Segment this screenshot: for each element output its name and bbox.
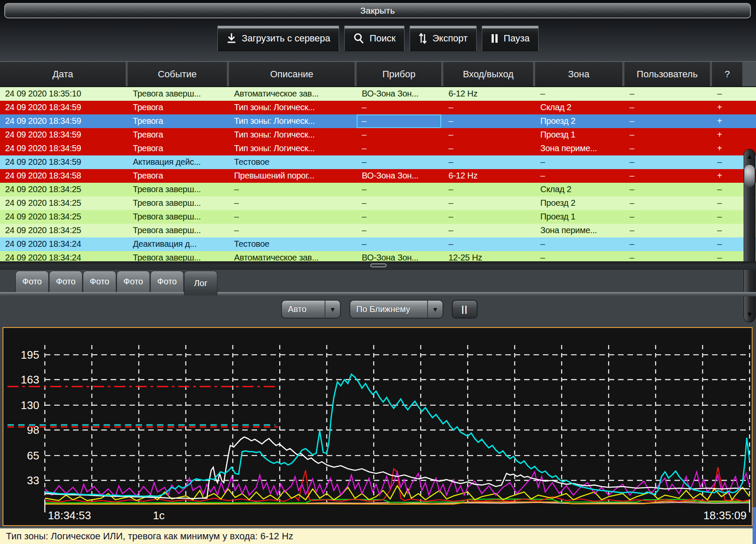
table-cell[interactable]: – — [712, 237, 742, 251]
table-cell[interactable]: Тестовое — [229, 155, 357, 169]
tab-photo-1[interactable]: Фото — [15, 271, 49, 292]
pause-toolbar-button[interactable]: Пауза — [482, 26, 539, 51]
table-cell[interactable]: – — [624, 183, 712, 196]
table-cell[interactable]: 24 09 2020 18:34:59 — [0, 101, 128, 114]
table-cell[interactable]: – — [443, 210, 535, 224]
table-row[interactable]: 24 09 2020 18:34:24Тревога заверш...Авто… — [0, 251, 756, 262]
table-cell[interactable]: Тревога — [128, 114, 229, 128]
table-cell[interactable]: Тип зоны: Логическ... — [229, 114, 357, 128]
table-row[interactable]: 24 09 2020 18:34:59ТревогаТип зоны: Логи… — [0, 114, 756, 128]
table-cell[interactable]: Зона периме... — [535, 142, 624, 155]
table-cell[interactable]: 24 09 2020 18:34:24 — [0, 237, 128, 251]
table-cell[interactable]: 6-12 Hz — [443, 87, 535, 101]
table-cell[interactable]: – — [357, 237, 443, 251]
table-cell[interactable]: – — [357, 142, 443, 155]
table-row[interactable]: 24 09 2020 18:34:59Активация дейс...Тест… — [0, 155, 756, 169]
column-header[interactable]: Описание — [229, 62, 357, 86]
tab-photo-2[interactable]: Фото — [49, 271, 82, 292]
table-cell[interactable]: + — [712, 169, 742, 183]
table-cell[interactable]: – — [443, 128, 535, 142]
table-cell[interactable]: + — [712, 114, 742, 128]
table-cell[interactable]: Тип зоны: Логическ... — [229, 142, 357, 155]
table-row[interactable]: 24 09 2020 18:34:25Тревога заверш...–––П… — [0, 196, 756, 210]
table-row[interactable]: 24 09 2020 18:34:25Тревога заверш...–––З… — [0, 224, 756, 237]
table-row[interactable]: 24 09 2020 18:34:24Деактивация д...Тесто… — [0, 237, 756, 251]
table-row[interactable]: 24 09 2020 18:34:59ТревогаТип зоны: Логи… — [0, 101, 756, 114]
scale-select[interactable]: Авто ▼ — [281, 300, 341, 319]
table-cell[interactable]: – — [443, 101, 535, 114]
table-row[interactable]: 24 09 2020 18:34:59ТревогаТип зоны: Логи… — [0, 128, 756, 142]
table-cell[interactable]: – — [443, 183, 535, 196]
table-cell[interactable]: – — [624, 114, 712, 128]
column-header[interactable]: ? — [712, 62, 742, 86]
table-cell[interactable]: – — [712, 196, 742, 210]
table-cell[interactable]: – — [535, 155, 624, 169]
table-scrollbar[interactable]: ▲ ▼ — [744, 149, 756, 322]
table-row[interactable]: 24 09 2020 18:34:59ТревогаТип зоны: Логи… — [0, 142, 756, 155]
tab-photo-3[interactable]: Фото — [83, 271, 116, 292]
table-cell[interactable]: 24 09 2020 18:34:59 — [0, 114, 128, 128]
table-cell[interactable]: Тревога — [128, 169, 229, 183]
table-cell[interactable]: Проезд 1 — [535, 210, 624, 224]
column-header[interactable]: Дата — [0, 62, 128, 86]
table-cell[interactable]: – — [624, 210, 712, 224]
table-cell[interactable]: 24 09 2020 18:34:25 — [0, 210, 128, 224]
table-cell[interactable]: Активация дейс... — [128, 155, 229, 169]
table-cell[interactable]: – — [229, 196, 357, 210]
close-button[interactable]: Закрыть — [4, 3, 751, 18]
table-cell[interactable]: + — [712, 128, 742, 142]
table-cell[interactable]: Проезд 2 — [535, 114, 624, 128]
table-cell[interactable]: – — [624, 251, 712, 262]
table-cell[interactable]: 24 09 2020 18:34:59 — [0, 155, 128, 169]
column-header[interactable]: Пользователь — [624, 62, 712, 86]
table-cell[interactable]: Тревога заверш... — [128, 183, 229, 196]
table-cell[interactable]: 24 09 2020 18:35:10 — [0, 87, 128, 101]
table-cell[interactable]: – — [712, 183, 742, 196]
table-cell[interactable]: – — [357, 114, 443, 128]
table-cell[interactable]: – — [535, 87, 624, 101]
scrollbar-thumb[interactable] — [744, 165, 755, 187]
table-cell[interactable]: – — [624, 128, 712, 142]
table-cell[interactable]: ВО-Зона Зон... — [357, 169, 443, 183]
table-cell[interactable]: 6-12 Hz — [443, 169, 535, 183]
table-cell[interactable]: 24 09 2020 18:34:25 — [0, 224, 128, 237]
table-cell[interactable]: – — [624, 237, 712, 251]
table-cell[interactable]: – — [229, 224, 357, 237]
table-cell[interactable]: + — [712, 142, 742, 155]
column-header[interactable]: Событие — [128, 62, 229, 86]
table-cell[interactable]: – — [535, 169, 624, 183]
table-cell[interactable]: – — [357, 155, 443, 169]
table-cell[interactable]: – — [624, 101, 712, 114]
table-cell[interactable]: 24 09 2020 18:34:59 — [0, 128, 128, 142]
table-cell[interactable]: Зона периме... — [535, 224, 624, 237]
chevron-down-icon[interactable]: ▼ — [427, 301, 442, 318]
table-cell[interactable]: Тестовое — [229, 237, 357, 251]
mode-select[interactable]: По Ближнему ▼ — [349, 300, 443, 319]
table-cell[interactable]: Тревога — [128, 128, 229, 142]
table-cell[interactable]: ВО-Зона Зон... — [357, 251, 443, 262]
table-cell[interactable]: Тип зоны: Логическ... — [229, 128, 357, 142]
table-cell[interactable]: Тревога — [128, 101, 229, 114]
table-cell[interactable]: – — [229, 183, 357, 196]
export-button[interactable]: Экспорт — [410, 26, 477, 51]
table-cell[interactable]: – — [357, 210, 443, 224]
table-row[interactable]: 24 09 2020 18:34:58ТревогаПревышений пор… — [0, 169, 756, 183]
column-header[interactable]: Прибор — [357, 62, 443, 86]
table-cell[interactable]: Проезд 2 — [535, 196, 624, 210]
chevron-down-icon[interactable]: ▼ — [325, 301, 340, 318]
scroll-up-icon[interactable]: ▲ — [744, 150, 755, 163]
table-cell[interactable]: 24 09 2020 18:34:24 — [0, 251, 128, 262]
column-header[interactable]: Вход/выход — [443, 62, 535, 86]
table-cell[interactable]: Склад 2 — [535, 101, 624, 114]
tab-photo-5[interactable]: Фото — [150, 271, 184, 292]
table-cell[interactable]: – — [712, 87, 742, 101]
table-cell[interactable]: – — [624, 196, 712, 210]
table-cell[interactable]: – — [535, 251, 624, 262]
table-cell[interactable]: Тревога заверш... — [128, 251, 229, 262]
table-cell[interactable]: Тревога заверш... — [128, 224, 229, 237]
table-cell[interactable]: – — [712, 155, 742, 169]
table-cell[interactable]: Тревога заверш... — [128, 196, 229, 210]
table-cell[interactable]: – — [357, 101, 443, 114]
table-cell[interactable]: – — [357, 196, 443, 210]
table-cell[interactable]: – — [624, 155, 712, 169]
